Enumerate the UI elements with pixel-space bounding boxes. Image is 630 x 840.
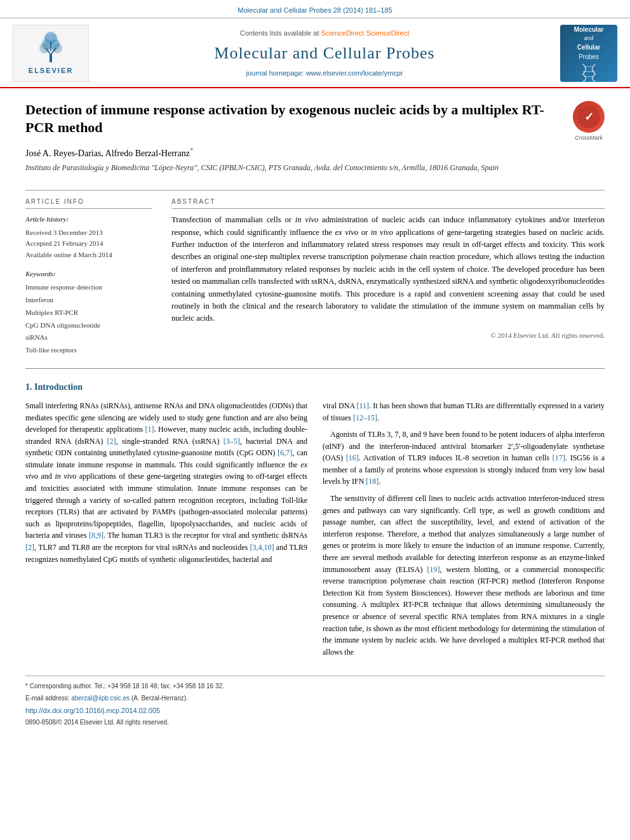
intro-col2-p1: viral DNA [11]. It has been shown that h…	[323, 400, 605, 423]
main-content: Detection of immune response activation …	[0, 88, 630, 740]
ref-12-15[interactable]: [12–15]	[353, 413, 377, 422]
ref-11[interactable]: [11]	[357, 401, 370, 410]
available-date: Available online 4 March 2014	[25, 250, 152, 261]
ref-2b[interactable]: [2]	[25, 543, 34, 552]
abstract-text: Transfection of mammalian cells or in vi…	[171, 214, 605, 340]
body-two-col: Small interfering RNAs (siRNAs), antisen…	[25, 400, 605, 663]
author-asterisk: *	[190, 146, 194, 154]
history-heading: Article history:	[25, 214, 152, 225]
sciencedirect-link[interactable]: ScienceDirect	[321, 29, 365, 37]
accepted-date: Accepted 21 February 2014	[25, 238, 152, 250]
intro-col2-p2: Agonists of TLRs 3, 7, 8, and 9 have bee…	[323, 429, 605, 488]
abstract-col: ABSTRACT Transfection of mammalian cells…	[171, 197, 605, 357]
ref-18[interactable]: [18]	[366, 477, 379, 486]
received-date: Received 3 December 2013	[25, 227, 152, 239]
keyword-3: Multiplex RT-PCR	[25, 307, 152, 319]
crossmark-icon: ✓	[573, 101, 605, 133]
keyword-4: CpG DNA oligonucleotide	[25, 319, 152, 332]
page: Molecular and Cellular Probes 28 (2014) …	[0, 0, 630, 840]
email-line: E-mail address: aberzal@iipb.csic.es (A.…	[25, 693, 605, 703]
ref-8-9[interactable]: [8,9]	[89, 531, 104, 540]
article-title-section: Detection of immune response activation …	[25, 101, 605, 184]
journal-header: ELSEVIER Contents lists available at Sci…	[0, 18, 630, 88]
journal-right-logo: Molecular and Cellular Probes	[560, 25, 617, 82]
elsevier-tree-icon	[38, 30, 64, 65]
email-author: (A. Berzal-Herranz).	[131, 695, 188, 702]
email-label: E-mail address:	[25, 695, 69, 702]
keywords-heading: Keywords:	[25, 269, 152, 279]
crossmark-label: CrossMark	[573, 134, 605, 143]
ref-2[interactable]: [2]	[107, 437, 116, 446]
author-names: José A. Reyes-Darias, Alfredo Berzal-Her…	[25, 148, 190, 157]
intro-col2-p3: The sensitivity of different cell lines …	[323, 493, 605, 658]
author-email[interactable]: aberzal@iipb.csic.es	[71, 695, 130, 702]
ref-17[interactable]: [17]	[553, 453, 565, 462]
sciencedirect-label: Contents lists available at	[240, 29, 319, 37]
article-info-label: ARTICLE INFO	[25, 197, 152, 209]
copyright: © 2014 Elsevier Ltd. All rights reserved…	[171, 330, 605, 341]
elsevier-logo-box: ELSEVIER	[13, 25, 89, 82]
intro-title: 1. Introduction	[25, 380, 605, 394]
introduction-section: 1. Introduction Small interfering RNAs (…	[25, 380, 605, 663]
homepage-link[interactable]: journal homepage: www.elsevier.com/locat…	[246, 69, 403, 77]
svg-text:✓: ✓	[584, 110, 594, 123]
abstract-label: ABSTRACT	[171, 197, 605, 209]
authors: José A. Reyes-Darias, Alfredo Berzal-Her…	[25, 145, 560, 160]
crossmark-svg: ✓	[576, 104, 601, 130]
right-logo-line2: and	[584, 34, 593, 43]
journal-ref: Molecular and Cellular Probes 28 (2014) …	[238, 6, 392, 14]
sciencedirect-link-text: ScienceDirect	[366, 29, 409, 37]
sciencedirect-line: Contents lists available at ScienceDirec…	[102, 28, 547, 39]
body-col-left: Small interfering RNAs (siRNAs), antisen…	[25, 400, 307, 663]
intro-col1-p1: Small interfering RNAs (siRNAs), antisen…	[25, 400, 307, 565]
doi-link[interactable]: http://dx.doi.org/10.1016/j.mcp.2014.02.…	[25, 705, 605, 716]
affiliation: Instituto de Parasitología y Biomedicina…	[25, 162, 560, 173]
dna-icon	[575, 62, 603, 82]
svg-rect-0	[50, 55, 52, 62]
divider-1	[25, 190, 605, 190]
homepage-line: journal homepage: www.elsevier.com/locat…	[102, 68, 547, 79]
keywords: Keywords: Immune response detection Inte…	[25, 269, 152, 357]
right-logo-line1: Molecular	[574, 25, 604, 34]
elsevier-text: ELSEVIER	[29, 65, 73, 76]
issn: 0890-8508/© 2014 Elsevier Ltd. All right…	[25, 717, 605, 727]
ref-19[interactable]: [19]	[427, 565, 439, 574]
article-info-abstract: ARTICLE INFO Article history: Received 3…	[25, 197, 605, 357]
keyword-1: Immune response detection	[25, 281, 152, 294]
article-title-text: Detection of immune response activation …	[25, 101, 560, 179]
right-logo-line4: Probes	[579, 52, 599, 62]
ref-1[interactable]: [1]	[145, 425, 154, 434]
body-col-right: viral DNA [11]. It has been shown that h…	[323, 400, 605, 663]
journal-center-info: Contents lists available at ScienceDirec…	[89, 28, 560, 79]
right-logo-line3: Cellular	[577, 43, 601, 52]
article-info-col: ARTICLE INFO Article history: Received 3…	[25, 197, 152, 357]
footer: * Corresponding author. Tel.: +34 958 18…	[25, 676, 605, 727]
keyword-2: Interferon	[25, 294, 152, 307]
divider-2	[25, 368, 605, 369]
article-history: Article history: Received 3 December 201…	[25, 214, 152, 260]
ref-6-7[interactable]: [6,7]	[278, 448, 292, 457]
keyword-6: Toll-like receptors	[25, 344, 152, 357]
ref-16[interactable]: [16]	[346, 453, 359, 462]
journal-title: Molecular and Cellular Probes	[102, 41, 547, 65]
crossmark: ✓ CrossMark	[573, 101, 605, 133]
top-bar: Molecular and Cellular Probes 28 (2014) …	[0, 0, 630, 18]
abstract-body: Transfection of mammalian cells or in vi…	[171, 215, 605, 323]
article-title: Detection of immune response activation …	[25, 101, 560, 137]
keyword-5: siRNAs	[25, 331, 152, 344]
ref-3-5[interactable]: [3–5]	[224, 437, 240, 446]
ref-3-4-10[interactable]: [3,4,10]	[250, 543, 274, 552]
corresponding-author: * Corresponding author. Tel.: +34 958 18…	[25, 681, 605, 691]
